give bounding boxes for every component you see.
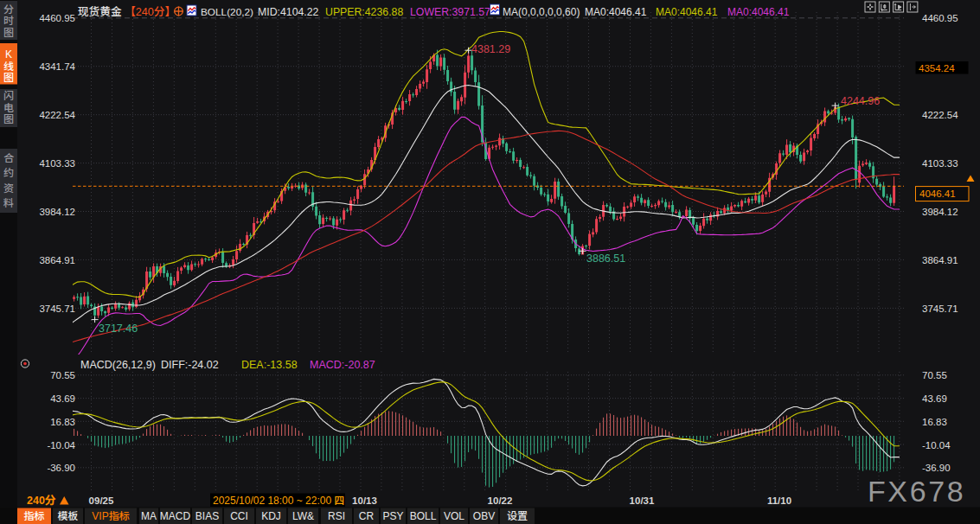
svg-text:PSY: PSY <box>382 510 403 522</box>
svg-text:-10.04: -10.04 <box>47 440 75 451</box>
svg-text:DIFF:-24.02: DIFF:-24.02 <box>161 359 219 371</box>
svg-text:MACD:-20.87: MACD:-20.87 <box>310 359 375 371</box>
svg-text:MACD: MACD <box>160 510 191 522</box>
svg-text:3745.71: 3745.71 <box>922 304 958 314</box>
svg-text:MA(0,0,0,0,0,60): MA(0,0,0,0,0,60) <box>503 6 580 18</box>
svg-text:BOLL(20,2): BOLL(20,2) <box>201 6 253 18</box>
svg-text:合: 合 <box>3 152 14 164</box>
svg-text:4354.24: 4354.24 <box>919 63 955 73</box>
svg-text:时: 时 <box>3 15 14 27</box>
svg-text:【240分】: 【240分】 <box>125 5 176 18</box>
svg-text:MA0:4046.41: MA0:4046.41 <box>656 6 718 18</box>
svg-text:模板: 模板 <box>57 510 78 522</box>
svg-text:-36.90: -36.90 <box>922 463 951 473</box>
svg-text:设置: 设置 <box>507 510 528 522</box>
svg-text:240分: 240分 <box>27 495 56 507</box>
svg-text:4046.41: 4046.41 <box>919 189 956 199</box>
svg-text:10/31: 10/31 <box>630 495 655 506</box>
svg-text:资: 资 <box>3 182 14 195</box>
svg-text:现货黄金: 现货黄金 <box>78 5 122 18</box>
svg-text:-36.90: -36.90 <box>47 463 75 473</box>
svg-text:3864.91: 3864.91 <box>39 255 75 265</box>
svg-text:4460.95: 4460.95 <box>922 13 958 23</box>
svg-text:4381.29: 4381.29 <box>471 43 510 55</box>
svg-text:43.69: 43.69 <box>922 393 947 404</box>
svg-text:4244.96: 4244.96 <box>841 95 880 107</box>
svg-text:闪: 闪 <box>3 90 14 102</box>
svg-text:MA0:4046.41: MA0:4046.41 <box>585 6 647 18</box>
svg-text:70.55: 70.55 <box>50 370 75 380</box>
svg-text:电: 电 <box>3 102 14 114</box>
svg-text:70.55: 70.55 <box>922 370 947 380</box>
svg-text:K: K <box>5 48 12 61</box>
svg-text:VIP指标: VIP指标 <box>92 510 129 522</box>
svg-text:MA: MA <box>141 510 157 522</box>
svg-text:3745.71: 3745.71 <box>39 304 75 314</box>
svg-text:LOWER:3971.57: LOWER:3971.57 <box>410 6 490 18</box>
svg-text:09/25: 09/25 <box>89 495 114 506</box>
svg-text:10/22: 10/22 <box>488 495 513 506</box>
svg-text:4460.95: 4460.95 <box>39 13 75 23</box>
svg-text:线: 线 <box>3 61 14 73</box>
svg-text:DEA:-13.58: DEA:-13.58 <box>241 359 298 371</box>
svg-text:10/13: 10/13 <box>352 495 377 506</box>
svg-text:3864.91: 3864.91 <box>922 255 958 265</box>
svg-text:BOLL: BOLL <box>410 510 437 522</box>
svg-text:UPPER:4236.88: UPPER:4236.88 <box>325 6 403 18</box>
svg-text:FX678: FX678 <box>868 475 965 508</box>
svg-text:CCI: CCI <box>230 510 248 522</box>
svg-text:4103.33: 4103.33 <box>39 158 75 169</box>
svg-text:MACD(26,12,9): MACD(26,12,9) <box>80 359 156 371</box>
svg-text:VOL: VOL <box>444 510 464 522</box>
svg-text:4341.74: 4341.74 <box>39 61 75 72</box>
svg-text:BIAS: BIAS <box>195 510 219 522</box>
svg-text:16.83: 16.83 <box>922 417 947 427</box>
svg-text:3984.12: 3984.12 <box>39 207 75 217</box>
svg-text:LW&: LW& <box>292 510 314 522</box>
svg-text:11/10: 11/10 <box>767 495 791 506</box>
svg-text:4222.54: 4222.54 <box>922 110 958 120</box>
svg-text:CR: CR <box>359 510 375 522</box>
svg-text:4103.33: 4103.33 <box>922 158 958 169</box>
svg-text:4222.54: 4222.54 <box>39 110 75 120</box>
svg-text:43.69: 43.69 <box>50 393 75 404</box>
svg-text:图: 图 <box>3 27 14 39</box>
svg-text:3886.51: 3886.51 <box>586 252 625 265</box>
svg-text:-10.04: -10.04 <box>922 440 951 451</box>
svg-text:3717.46: 3717.46 <box>99 323 138 335</box>
svg-text:图: 图 <box>3 72 14 84</box>
svg-text:图: 图 <box>3 113 14 125</box>
svg-text:MID:4104.22: MID:4104.22 <box>258 6 319 18</box>
svg-text:分: 分 <box>3 3 14 16</box>
svg-text:2025/10/02 18:00 ~ 22:00 四: 2025/10/02 18:00 ~ 22:00 四 <box>213 495 344 507</box>
svg-text:KDJ: KDJ <box>261 510 281 522</box>
svg-text:MA0:4046.41: MA0:4046.41 <box>727 6 790 18</box>
svg-text:16.83: 16.83 <box>50 417 75 427</box>
svg-text:指标: 指标 <box>23 510 44 522</box>
svg-text:OBV: OBV <box>473 510 495 522</box>
svg-text:约: 约 <box>3 167 14 179</box>
svg-text:料: 料 <box>3 197 14 209</box>
svg-text:3984.12: 3984.12 <box>922 207 958 217</box>
svg-text:RSI: RSI <box>328 510 345 522</box>
